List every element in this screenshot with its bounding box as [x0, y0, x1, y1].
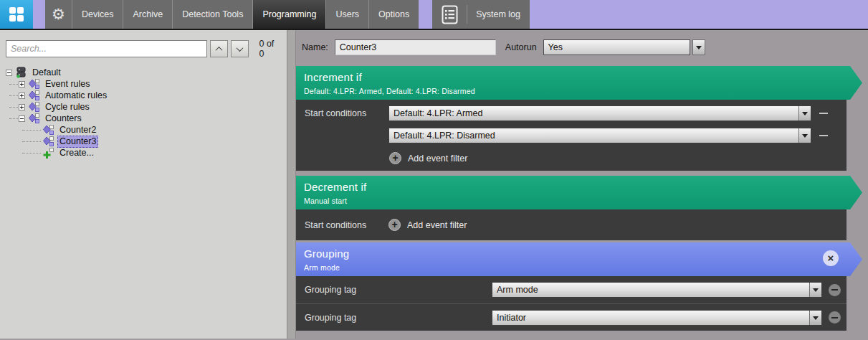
remove-grouping-tag-button[interactable] — [829, 284, 841, 296]
add-icon[interactable]: + — [389, 152, 401, 164]
app-logo[interactable] — [0, 0, 33, 29]
dropdown-arrow-icon — [802, 134, 808, 141]
rule-icon — [29, 78, 40, 90]
grouping-tag-row: Grouping tag Arm mode — [296, 276, 846, 303]
start-conditions-label: Start conditions — [305, 220, 388, 230]
tab-users[interactable]: Users — [325, 0, 368, 29]
tab-detection-tools[interactable]: Detection Tools — [172, 0, 252, 29]
add-icon[interactable]: + — [388, 219, 401, 231]
dropdown-arrow-button[interactable] — [809, 311, 821, 325]
search-next-button[interactable] — [231, 40, 249, 57]
tree-item-counter3[interactable]: Counter3 — [0, 136, 287, 147]
increment-if-header: Increment if Default: 4.LPR: Armed, Defa… — [296, 66, 862, 100]
decrement-if-body: Start conditions + Add event filter — [296, 209, 846, 240]
add-event-filter-label[interactable]: Add event filter — [408, 154, 467, 164]
autorun-dropdown-button[interactable] — [692, 39, 705, 55]
dropdown-arrow-icon — [813, 288, 819, 295]
system-log-icon — [442, 5, 458, 24]
gear-icon[interactable]: ⚙ — [45, 0, 72, 29]
tree-item-counter2[interactable]: Counter2 — [0, 124, 287, 136]
section-subtitle: Manual start — [304, 197, 841, 205]
start-condition-row: Default: 4.LPR: Disarmed — [305, 128, 846, 143]
decrement-if-header: Decrement if Manual start — [296, 176, 862, 209]
remove-condition-button[interactable] — [819, 113, 828, 114]
tab-options[interactable]: Options — [368, 0, 419, 29]
grouping-tag-label: Grouping tag — [305, 313, 492, 323]
start-condition-select-2[interactable]: Default: 4.LPR: Disarmed — [388, 128, 811, 143]
start-condition-value: Default: 4.LPR: Disarmed — [389, 128, 798, 143]
grouping-tag-value: Arm mode — [492, 283, 809, 297]
tree-item-label[interactable]: Default — [30, 67, 63, 78]
tree-item-label[interactable]: Counter2 — [57, 125, 98, 136]
expand-expander[interactable] — [19, 81, 25, 88]
name-row: Name: Autorun Yes — [296, 39, 868, 55]
tree-item-label[interactable]: Create... — [57, 148, 96, 159]
tree-item-cycle-rules[interactable]: Cycle rules — [0, 101, 287, 113]
tree-item-label[interactable]: Event rules — [43, 79, 92, 90]
chevron-down-icon — [237, 44, 244, 52]
dropdown-arrow-button[interactable] — [798, 106, 811, 121]
close-icon[interactable]: × — [823, 250, 839, 266]
topbar-gap — [33, 0, 45, 29]
tab-programming[interactable]: Programming — [252, 0, 325, 29]
section-subtitle: Default: 4.LPR: Armed, Default: 4.LPR: D… — [304, 87, 841, 95]
tree-item-event-rules[interactable]: Event rules — [0, 78, 287, 90]
rule-icon — [43, 136, 54, 147]
search-input[interactable] — [6, 40, 207, 57]
chevron-up-icon — [215, 46, 222, 53]
tab-label: Users — [335, 9, 359, 19]
top-bar: ⚙ Devices Archive Detection Tools Progra… — [0, 0, 868, 30]
autorun-select[interactable]: Yes — [543, 39, 690, 55]
search-prev-button[interactable] — [210, 40, 228, 57]
tab-label: Archive — [133, 9, 163, 19]
system-log-button[interactable]: System log — [432, 0, 530, 29]
tab-devices[interactable]: Devices — [72, 0, 123, 29]
add-event-filter-row: + Add event filter — [305, 152, 846, 164]
grouping-body: Grouping tag Arm mode Grouping tag Initi… — [296, 276, 846, 331]
tree-item-label[interactable]: Counters — [43, 113, 84, 124]
add-event-filter-label[interactable]: Add event filter — [407, 220, 467, 230]
dropdown-arrow-icon — [696, 46, 702, 52]
section-subtitle: Arm mode — [304, 263, 841, 272]
search-row: 0 of 0 — [0, 39, 287, 59]
tree-item-label[interactable]: Counter3 — [57, 136, 98, 148]
main-area: 0 of 0 Default Event — [0, 30, 868, 339]
name-input[interactable] — [335, 39, 496, 55]
remove-condition-button[interactable] — [819, 135, 828, 136]
tree-item-default[interactable]: Default — [0, 67, 287, 78]
tree-item-create[interactable]: Create... — [0, 147, 287, 159]
tree-item-label[interactable]: Cycle rules — [43, 102, 92, 113]
increment-if-body: Start conditions Default: 4.LPR: Armed D… — [296, 100, 846, 171]
section-title: Grouping — [304, 247, 841, 260]
collapse-expander[interactable] — [19, 115, 25, 122]
panel-splitter[interactable] — [287, 30, 296, 339]
divider — [467, 5, 467, 24]
create-icon — [43, 147, 54, 159]
tree-item-label[interactable]: Automatic rules — [43, 90, 109, 101]
remove-grouping-tag-button[interactable] — [829, 311, 841, 324]
grouping-tag-select-1[interactable]: Arm mode — [492, 282, 822, 298]
name-label: Name: — [302, 42, 328, 52]
section-title: Decrement if — [304, 181, 841, 193]
autorun-value: Yes — [548, 42, 563, 52]
tree-item-automatic-rules[interactable]: Automatic rules — [0, 90, 287, 101]
server-icon — [16, 67, 27, 78]
start-condition-select-1[interactable]: Default: 4.LPR: Armed — [388, 105, 811, 121]
collapse-expander[interactable] — [6, 70, 12, 76]
tab-label: Devices — [82, 9, 113, 19]
expand-expander[interactable] — [19, 93, 25, 99]
dropdown-arrow-button[interactable] — [809, 283, 821, 297]
tab-label: Detection Tools — [182, 9, 243, 19]
start-condition-value: Default: 4.LPR: Armed — [389, 106, 798, 121]
system-log-label: System log — [476, 9, 520, 19]
tab-label: Options — [378, 9, 409, 19]
object-tree: Default Event rules Automatic rules — [0, 67, 287, 159]
expand-expander[interactable] — [19, 104, 25, 110]
grouping-tag-select-2[interactable]: Initiator — [492, 310, 822, 326]
dropdown-arrow-icon — [802, 112, 808, 118]
section-title: Increment if — [304, 71, 841, 83]
tree-item-counters[interactable]: Counters — [0, 113, 287, 124]
grouping-tag-label: Grouping tag — [305, 285, 492, 295]
tab-archive[interactable]: Archive — [123, 0, 172, 29]
dropdown-arrow-button[interactable] — [798, 128, 811, 143]
